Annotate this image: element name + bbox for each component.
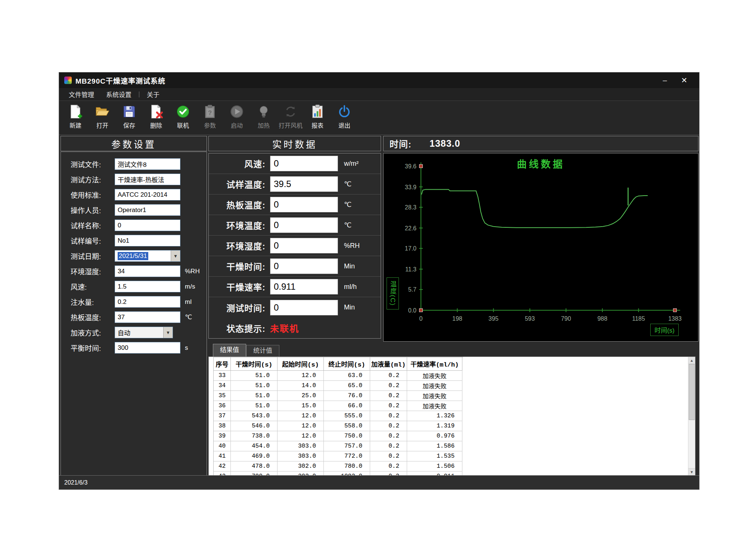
table-cell: 66.0 — [324, 401, 370, 411]
realtime-unit: %RH — [344, 242, 360, 250]
close-button[interactable]: ✕ — [675, 76, 694, 85]
time-label: 时间: — [390, 137, 412, 150]
toolbar-label: 启动 — [231, 121, 243, 130]
param-input-operator[interactable]: Operator1 — [115, 204, 180, 216]
param-input-dosing_mode[interactable]: 自动▼ — [115, 327, 173, 338]
toolbar-save-button[interactable]: 保存 — [117, 104, 142, 130]
param-input-hotplate_temp[interactable]: 37 — [115, 311, 180, 323]
dropdown-arrow-icon[interactable]: ▼ — [171, 251, 180, 261]
table-cell: 12.0 — [278, 421, 324, 431]
menu-system-settings[interactable]: 系统设置 — [100, 90, 137, 99]
param-input-test_method[interactable]: 干燥速率-热板法 — [115, 174, 180, 185]
table-row[interactable]: 40454.0303.0757.00.21.586 — [214, 441, 463, 451]
minimize-button[interactable]: – — [655, 76, 675, 85]
table-cell: 40 — [214, 441, 231, 451]
table-row[interactable]: 38546.012.0558.00.21.319 — [214, 421, 463, 431]
tab-statistics[interactable]: 统计值 — [246, 345, 279, 357]
realtime-value-drying_rate: 0.911 — [270, 279, 338, 295]
toolbar-new-button[interactable]: 新建 — [63, 104, 88, 130]
toolbar-fan-button[interactable]: 打开风机 — [278, 104, 303, 130]
toolbar-open-button[interactable]: 打开 — [90, 104, 115, 130]
param-field-label: 热板温度: — [71, 312, 115, 322]
table-cell: 0.2 — [370, 461, 407, 472]
exit-icon — [337, 104, 352, 119]
realtime-unit: ℃ — [344, 221, 351, 229]
svg-text:1383: 1383 — [668, 315, 682, 322]
realtime-row: 测试时间: 0 Min — [209, 297, 381, 318]
table-cell: 51.0 — [231, 381, 278, 391]
realtime-value-drying_time: 0 — [270, 258, 338, 274]
table-cell: 558.0 — [324, 421, 370, 431]
toolbar-exit-button[interactable]: 退出 — [332, 104, 357, 130]
new-file-icon — [68, 104, 83, 119]
realtime-unit: ℃ — [344, 200, 351, 209]
toolbar-label: 新建 — [69, 121, 81, 130]
heat-icon — [256, 104, 271, 119]
table-cell: 15.0 — [278, 401, 324, 411]
table-cell: 303.0 — [278, 441, 324, 451]
dropdown-arrow-icon[interactable]: ▼ — [163, 327, 173, 338]
realtime-label: 风速: — [211, 157, 266, 170]
toolbar: 新建 打开 保存 删除 联机 ? 参数 启动 加热 — [59, 101, 699, 135]
param-input-water_volume[interactable]: 0.2 — [115, 296, 180, 308]
realtime-row: 干燥速率: 0.911 ml/h — [209, 277, 381, 297]
table-row[interactable]: 3551.025.076.00.2加液失败 — [214, 391, 463, 401]
table-cell: 0.2 — [370, 391, 407, 401]
param-input-test_date[interactable]: 2021/5/31▼ — [115, 250, 180, 262]
toolbar-start-button[interactable]: 启动 — [224, 104, 249, 130]
param-field-label: 注水量: — [71, 297, 115, 307]
param-field-row: 热板温度: 37 ℃ — [61, 309, 207, 325]
scrollbar-down-arrow-icon[interactable]: ▼ — [688, 468, 695, 475]
table-cell: 1.586 — [407, 441, 462, 451]
results-tabs: 结果值 统计值 — [213, 344, 279, 357]
realtime-value-wind_speed: 0 — [270, 156, 338, 171]
table-cell: 0.2 — [370, 381, 407, 391]
toolbar-connect-button[interactable]: 联机 — [170, 104, 196, 130]
column-header: 加液量(ml) — [370, 357, 407, 371]
menu-file-management[interactable]: 文件管理 — [63, 90, 100, 99]
param-input-wind_speed[interactable]: 1.5 — [115, 281, 180, 292]
param-input-sample_no[interactable]: No1 — [115, 235, 180, 246]
table-cell: 65.0 — [324, 381, 370, 391]
realtime-label: 干燥时间: — [211, 260, 266, 273]
table-row[interactable]: 3451.014.065.00.2加液失败 — [214, 381, 463, 391]
table-cell: 加液失败 — [407, 401, 462, 411]
tab-result-values[interactable]: 结果值 — [213, 344, 246, 357]
scrollbar-thumb[interactable] — [689, 364, 695, 420]
table-row[interactable]: 41469.0303.0772.00.21.535 — [214, 451, 463, 461]
toolbar-label: 报表 — [311, 121, 323, 130]
toolbar-parameters-button[interactable]: ? 参数 — [197, 104, 223, 130]
toolbar-heat-button[interactable]: 加热 — [251, 104, 276, 130]
param-input-test_file[interactable]: 测试文件8 — [115, 158, 180, 170]
status-row: 状态提示: 未联机 — [209, 318, 381, 338]
param-field-label: 测试文件: — [71, 159, 115, 169]
realtime-value-sample_temp: 39.5 — [270, 176, 338, 192]
toolbar-label: 保存 — [123, 121, 135, 130]
menubar: 文件管理 系统设置 关于 — [59, 88, 699, 101]
table-scrollbar[interactable]: ▲ ▼ — [688, 357, 695, 475]
table-cell: 42 — [214, 461, 231, 472]
realtime-row: 环境温度: 0 ℃ — [209, 215, 381, 236]
table-row[interactable]: 3651.015.066.00.2加液失败 — [214, 401, 463, 411]
toolbar-label: 打开 — [96, 121, 108, 130]
scrollbar-up-arrow-icon[interactable]: ▲ — [688, 357, 695, 364]
table-cell: 757.0 — [324, 441, 370, 451]
table-row[interactable]: 39738.012.0750.00.20.976 — [214, 431, 463, 441]
delete-icon — [149, 104, 164, 119]
y-axis-label: 温度(C) — [387, 277, 399, 309]
toolbar-delete-button[interactable]: 删除 — [143, 104, 169, 130]
param-field-row: 注水量: 0.2 ml — [61, 294, 207, 309]
param-input-sample_name[interactable]: 0 — [115, 220, 180, 231]
table-row[interactable]: 3351.012.063.00.2加液失败 — [214, 371, 463, 381]
table-cell: 39 — [214, 431, 231, 441]
table-row[interactable]: 37543.012.0555.00.21.326 — [214, 411, 463, 421]
menu-about[interactable]: 关于 — [141, 90, 165, 99]
param-input-standard[interactable]: AATCC 201-2014 — [115, 189, 180, 200]
table-cell: 0.2 — [370, 371, 407, 381]
param-input-ambient_humidity[interactable]: 34 — [115, 265, 180, 277]
toolbar-report-button[interactable]: 报表 — [305, 104, 330, 130]
table-row[interactable]: 42478.0302.0780.00.21.506 — [214, 461, 463, 472]
param-input-balance_time[interactable]: 300 — [115, 342, 180, 354]
param-field-row: 加液方式: 自动▼ — [61, 325, 207, 340]
realtime-label: 干燥速率: — [211, 280, 266, 293]
